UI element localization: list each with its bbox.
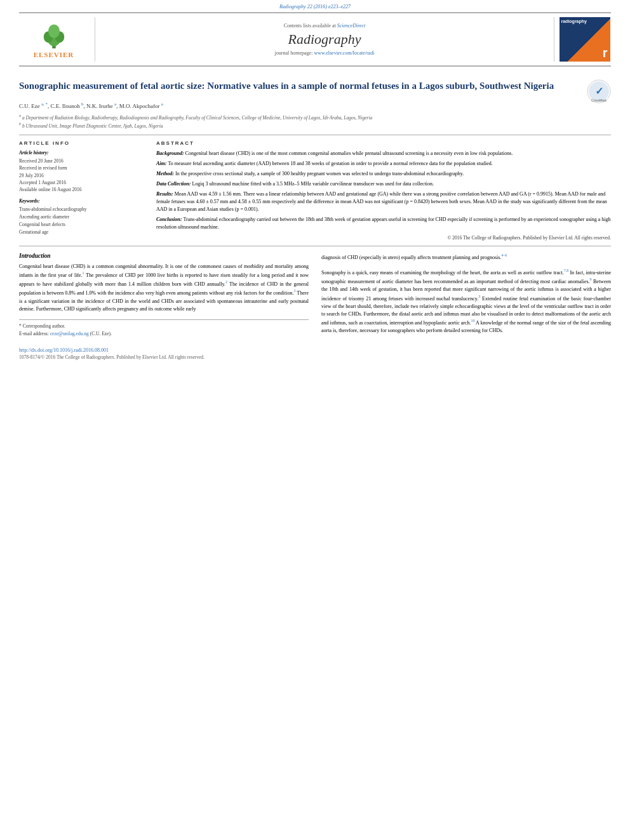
svg-text:CrossMark: CrossMark — [591, 98, 607, 102]
author-sep3: , M.O. Akpochafor — [116, 103, 161, 109]
journal-title: Radiography — [288, 31, 361, 48]
journal-homepage: journal homepage: www.elsevier.com/locat… — [275, 50, 375, 56]
article-info-heading: ARTICLE INFO — [19, 140, 146, 146]
ref-10: 10 — [471, 319, 475, 323]
svg-text:✓: ✓ — [595, 86, 603, 97]
intro-para3: Sonography is a quick, easy means of exa… — [321, 268, 611, 335]
corresponding-author-note: * Corresponding author. — [19, 323, 309, 330]
abstract-background: Background: Congenital heart disease (CH… — [156, 150, 611, 157]
elsevier-tree-icon — [35, 21, 73, 50]
info-abstract-section: ARTICLE INFO Article history: Received 2… — [19, 140, 611, 241]
abstract-conclusion: Conclusion: Trans-abdominal echocardiogr… — [156, 216, 611, 231]
background-label: Background: — [156, 150, 185, 156]
affil-sup-a: a — [19, 114, 21, 117]
journal-ref-text: Radiography 22 (2016) e223–e227 — [279, 4, 351, 10]
doi-link[interactable]: http://dx.doi.org/10.1016/j.radi.2016.08… — [19, 347, 611, 353]
revised-date: 29 July 2016 — [19, 173, 44, 178]
crossmark-badge: ✓ CrossMark — [587, 79, 611, 105]
keywords-section: Keywords: Trans-abdominal echocardiograp… — [19, 198, 146, 236]
article-content: Sonographic measurement of fetal aortic … — [19, 67, 611, 343]
affiliations: a a Department of Radiation Biology, Rad… — [19, 113, 611, 130]
section-divider — [19, 135, 611, 135]
body-section: Introduction Congenital heart disease (C… — [19, 253, 611, 337]
sciencedirect-link[interactable]: ScienceDirect — [337, 23, 366, 29]
abstract-results: Results: Mean AAD was 4.59 ± 1.56 mm. Th… — [156, 190, 611, 213]
abstract-column: ABSTRACT Background: Congenital heart di… — [156, 140, 611, 241]
data-collection-text: Logiq 3 ultrasound machine fitted with a… — [192, 181, 434, 187]
keyword-1: Trans-abdominal echocardiography — [19, 206, 87, 212]
article-info-column: ARTICLE INFO Article history: Received 2… — [19, 140, 146, 241]
authors-text: C.U. Eze — [19, 103, 41, 109]
radiography-logo-box: radiography r — [560, 17, 610, 62]
affil-b-text: b Ultrasound Unit, Image Planet Diagnost… — [22, 123, 163, 129]
svg-point-4 — [48, 24, 60, 38]
keyword-4: Gestational age — [19, 229, 48, 235]
method-label: Method: — [156, 171, 175, 177]
ref-1: 1 — [83, 271, 84, 275]
keyword-3: Congenital heart defects — [19, 222, 65, 227]
history-dates: Received 20 June 2016 Received in revise… — [19, 157, 146, 193]
footnote-area: * Corresponding author. E-mail address: … — [19, 319, 309, 337]
radiography-logo: radiography r — [554, 17, 611, 62]
introduction-heading: Introduction — [19, 253, 309, 259]
elsevier-brand-text: ELSEVIER — [34, 51, 74, 58]
affil-a-text: a Department of Radiation Biology, Radio… — [22, 115, 372, 121]
ref-3b: 3 — [478, 295, 480, 298]
page: Radiography 22 (2016) e223–e227 ELSEVIER… — [0, 0, 630, 840]
keywords-label: Keywords: — [19, 198, 146, 204]
email-address[interactable]: ceze@unilag.edu.ng — [50, 331, 89, 337]
abstract-aim: Aim: To measure fetal ascending aortic d… — [156, 160, 611, 168]
elsevier-logo: ELSEVIER — [19, 17, 95, 62]
results-text: Mean AAD was 4.59 ± 1.56 mm. There was a… — [156, 191, 607, 212]
revised-label: Received in revised form — [19, 165, 67, 171]
aim-text: To measure fetal ascending aortic diamet… — [168, 161, 492, 166]
corresponding-label: * Corresponding author. — [19, 323, 65, 329]
conclusion-label: Conclusion: — [156, 217, 183, 222]
crossmark-icon: ✓ CrossMark — [587, 79, 611, 103]
received-date: Received 20 June 2016 — [19, 158, 64, 164]
ref-7-8: 7,8 — [564, 269, 569, 272]
data-collection-label: Data Collection: — [156, 181, 192, 187]
article-title: Sonographic measurement of fetal aortic … — [19, 79, 611, 93]
body-divider — [19, 246, 611, 246]
available-date: Available online 16 August 2016 — [19, 187, 82, 192]
author-sup-1: a, * — [41, 102, 48, 107]
history-label: Article history: — [19, 150, 146, 156]
abstract-method: Method: In the prospective cross section… — [156, 170, 611, 178]
authors: C.U. Eze a, *, C.E. Ilounoh b, N.K. Irur… — [19, 102, 611, 109]
title-section: Sonographic measurement of fetal aortic … — [19, 73, 611, 102]
journal-header: ELSEVIER Contents lists available at Sci… — [19, 12, 611, 67]
method-text: In the prospective cross sectional study… — [175, 171, 464, 177]
intro-para1: Congenital heart disease (CHD) is a comm… — [19, 263, 309, 313]
keyword-2: Ascending aortic diameter — [19, 214, 69, 220]
aim-label: Aim: — [156, 161, 168, 166]
journal-center: Contents lists available at ScienceDirec… — [95, 17, 554, 62]
results-label: Results: — [156, 191, 175, 197]
ref-9: 9 — [590, 277, 592, 281]
author-sep1: , C.E. Ilounoh — [48, 103, 81, 109]
journal-reference: Radiography 22 (2016) e223–e227 — [0, 0, 630, 12]
ref-3: 3 — [293, 289, 295, 293]
email-suffix: (C.U. Eze). — [90, 331, 112, 337]
body-right-column: diagnosis of CHD (especially in utero) e… — [321, 253, 611, 337]
homepage-url[interactable]: www.elsevier.com/locate/radi — [314, 50, 374, 56]
sciencedirect-line: Contents lists available at ScienceDirec… — [284, 23, 366, 29]
ref-2: 2 — [225, 280, 227, 284]
homepage-label: journal homepage: — [275, 50, 313, 56]
email-label: E-mail address: — [19, 331, 49, 337]
conclusion-text: Trans-abdominal echocardiography carried… — [156, 217, 611, 230]
bottom-copyright: 1078-8174/© 2016 The College of Radiogra… — [19, 354, 611, 360]
author-sep2: , N.K. Irurhe — [84, 103, 115, 109]
bottom-links: http://dx.doi.org/10.1016/j.radi.2016.08… — [19, 347, 611, 360]
abstract-copyright: © 2016 The College of Radiographers. Pub… — [156, 235, 611, 241]
article-history: Article history: Received 20 June 2016 R… — [19, 150, 146, 193]
body-left-column: Introduction Congenital heart disease (C… — [19, 253, 309, 337]
intro-para2: diagnosis of CHD (especially in utero) e… — [321, 253, 611, 262]
abstract-heading: ABSTRACT — [156, 140, 611, 146]
abstract-text: Background: Congenital heart disease (CH… — [156, 150, 611, 231]
keywords-list: Trans-abdominal echocardiography Ascendi… — [19, 206, 146, 236]
background-text: Congenital heart disease (CHD) is one of… — [185, 150, 513, 156]
abstract-data-collection: Data Collection: Logiq 3 ultrasound mach… — [156, 180, 611, 188]
author-sup-4: a — [161, 102, 163, 107]
contents-label: Contents lists available at — [284, 23, 336, 29]
